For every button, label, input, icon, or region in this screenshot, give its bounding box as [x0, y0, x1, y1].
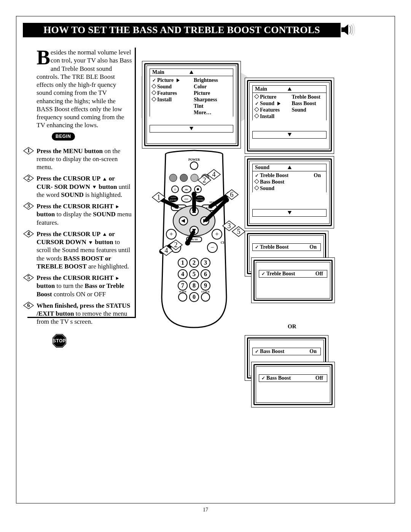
- svg-text:2: 2: [203, 176, 206, 184]
- step-diamond-icon: 3: [23, 202, 34, 210]
- osd-item: Brightness: [191, 77, 233, 83]
- osd-value: On: [306, 244, 320, 251]
- up-arrow-icon: [288, 166, 292, 169]
- t: button: [37, 211, 55, 218]
- step-1-bold: Press the MENU button: [37, 147, 103, 155]
- diamond-bullet-icon: [152, 90, 157, 96]
- step-4: 4 Press the CURSOR UP or CURSOR DOWN but…: [30, 230, 132, 270]
- t: Press the CURSOR RIGHT: [37, 274, 115, 281]
- diamond-bullet-icon: [255, 94, 260, 100]
- osd-item: Picture: [157, 77, 180, 83]
- t: controls ON or OFF: [52, 291, 106, 298]
- osd-item: Sound: [260, 185, 274, 191]
- cursor-up-icon: [103, 233, 106, 236]
- svg-text:CC: CC: [185, 198, 188, 201]
- osd-item: More…: [191, 109, 233, 116]
- svg-text:+: +: [215, 231, 218, 237]
- osd-item: Bass Boost: [260, 348, 284, 354]
- svg-text:AV: AV: [185, 188, 188, 191]
- up-arrow-icon: [288, 87, 292, 91]
- svg-text:☺: ☺: [174, 188, 177, 191]
- svg-text:SLEEP: SLEEP: [179, 291, 186, 293]
- osd-item: Treble Boost: [260, 173, 288, 178]
- svg-marker-0: [341, 24, 348, 35]
- osd-item: Bass Boost: [260, 179, 284, 185]
- page-title-bar: HOW TO SET THE BASS AND TREBLE BOOST CON…: [23, 23, 341, 37]
- svg-text:0: 0: [193, 294, 196, 300]
- svg-text:3: 3: [204, 259, 207, 266]
- begin-label: BEGIN: [52, 133, 75, 141]
- diamond-bullet-icon: [255, 179, 260, 185]
- dropcap: B: [37, 50, 50, 65]
- step-6: 6 When finished, press the STATUS /EXIT …: [30, 302, 132, 326]
- diamond-bullet-icon: [255, 113, 260, 119]
- down-arrow-icon: [288, 133, 292, 136]
- svg-text:POWER: POWER: [188, 158, 200, 161]
- svg-text:CH: CH: [221, 241, 226, 244]
- svg-text:AUTO: AUTO: [170, 197, 176, 198]
- page-number: 17: [0, 506, 411, 513]
- osd-main-picture: Main PictureBrightness SoundColor Featur…: [142, 61, 241, 149]
- svg-text:2: 2: [193, 259, 196, 266]
- svg-text:1: 1: [181, 259, 184, 266]
- svg-text:3: 3: [228, 222, 231, 230]
- or-label: OR: [288, 323, 296, 330]
- step-1: 1 Press the MENU button on the remote to…: [30, 147, 132, 171]
- instructions-panel: B esides the normal volume level con tro…: [27, 48, 136, 318]
- osd-item: Bass Boost: [266, 375, 291, 381]
- svg-point-76: [201, 293, 210, 301]
- osd-item: Treble Boost: [266, 271, 295, 276]
- check-icon: [255, 173, 260, 178]
- svg-point-11: [190, 162, 198, 169]
- svg-text:CLOCK: CLOCK: [201, 291, 210, 293]
- osd-item: Bass Boost: [290, 100, 327, 107]
- svg-text:8: 8: [193, 282, 196, 289]
- intro-text: esides the normal volume level con trol,…: [37, 49, 132, 129]
- check-icon: [255, 101, 260, 106]
- t: to display the: [55, 211, 93, 218]
- svg-text:4: 4: [212, 171, 216, 178]
- svg-point-13: [180, 174, 188, 182]
- osd-title: Sound: [253, 164, 285, 171]
- step-3: 3 Press the CURSOR RIGHT button to displ…: [30, 202, 132, 227]
- osd-title: Main: [253, 86, 285, 93]
- step-diamond-icon: 4: [23, 230, 34, 238]
- intro-paragraph: B esides the normal volume level con tro…: [37, 48, 132, 129]
- cursor-down-icon: [89, 241, 92, 244]
- svg-text:5: 5: [193, 271, 196, 277]
- svg-text:SOUND: SOUND: [170, 199, 177, 201]
- cursor-up-icon: [103, 178, 106, 181]
- step-diamond-icon: 6: [23, 301, 34, 310]
- stop-icon: STOP: [52, 333, 67, 348]
- svg-point-75: [178, 293, 187, 301]
- step-diamond-icon: 2: [23, 174, 34, 182]
- svg-text:1: 1: [157, 193, 161, 201]
- osd-item: Features: [157, 90, 177, 96]
- svg-point-14: [191, 174, 198, 182]
- step-2: 2 Press the CURSOR UP or CUR- SOR DOWN b…: [30, 174, 132, 199]
- svg-text:6: 6: [230, 191, 234, 198]
- diamond-bullet-icon: [152, 97, 157, 102]
- svg-text:2: 2: [174, 241, 178, 249]
- osd-item: Tint: [191, 103, 233, 109]
- svg-text:−: −: [210, 244, 214, 251]
- svg-text:4: 4: [165, 247, 168, 254]
- osd-item: Features: [260, 107, 280, 113]
- osd-item: Color: [191, 83, 233, 90]
- svg-point-21: [197, 188, 199, 190]
- down-arrow-icon: [190, 127, 193, 130]
- t: button: [37, 282, 55, 289]
- t: button: [93, 238, 115, 246]
- osd-item: Picture: [191, 90, 233, 96]
- t: button: [97, 183, 117, 190]
- diamond-bullet-icon: [255, 107, 260, 113]
- diamond-bullet-icon: [152, 84, 157, 89]
- osd-item: Install: [157, 97, 172, 102]
- diamond-bullet-icon: [255, 185, 260, 191]
- svg-text:6: 6: [204, 271, 207, 277]
- down-arrow-icon: [288, 211, 292, 214]
- osd-value: Off: [312, 270, 327, 277]
- cursor-right-icon: [116, 277, 119, 280]
- t: SOUND: [93, 211, 116, 218]
- svg-point-81: [192, 192, 196, 197]
